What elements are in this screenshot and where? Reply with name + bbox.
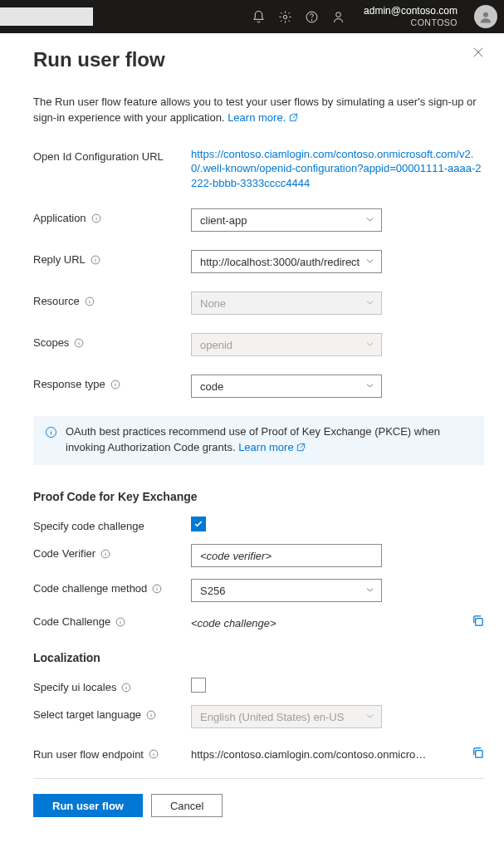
code-verifier-label: Code Verifier (33, 547, 95, 560)
svg-point-2 (311, 19, 312, 20)
localization-heading: Localization (33, 651, 484, 664)
row-scopes: Scopes openid (33, 333, 484, 356)
row-code-challenge: Code Challenge <code challenge> (33, 614, 484, 629)
gear-icon[interactable] (277, 9, 292, 24)
run-endpoint-label: Run user flow endpoint (33, 748, 144, 761)
account-email: admin@contoso.com (364, 6, 458, 17)
svg-point-0 (283, 15, 286, 18)
specify-code-challenge-label: Specify code challenge (33, 520, 144, 532)
info-icon (45, 424, 57, 457)
intro-text: The Run user flow feature allows you to … (33, 95, 484, 127)
select-target-language-label: Select target language (33, 708, 141, 721)
code-challenge-method-label: Code challenge method (33, 582, 147, 595)
oidc-url-link[interactable]: https://contoso.ciamlogin.com/contoso.on… (191, 147, 484, 191)
pkce-info-box: OAuth best practices recommend use of Pr… (33, 416, 484, 465)
row-specify-code-challenge: Specify code challenge (33, 517, 484, 532)
row-specify-ui-locales: Specify ui locales (33, 678, 484, 693)
oidc-label: Open Id Configuration URL (33, 147, 191, 163)
feedback-icon[interactable] (330, 9, 345, 24)
info-icon[interactable] (121, 683, 131, 693)
info-icon[interactable] (100, 549, 110, 559)
panel: Run user flow The Run user flow feature … (0, 33, 504, 842)
chevron-down-icon (365, 256, 374, 268)
footer: Run user flow Cancel (33, 794, 484, 817)
code-challenge-method-select[interactable]: S256 (191, 579, 382, 602)
pkce-heading: Proof Code for Key Exchange (33, 490, 484, 503)
panel-title: Run user flow (33, 48, 484, 71)
info-icon[interactable] (74, 338, 84, 348)
cancel-button[interactable]: Cancel (151, 794, 223, 817)
specify-ui-locales-label: Specify ui locales (33, 681, 116, 693)
svg-rect-18 (476, 751, 482, 757)
specify-code-challenge-checkbox[interactable] (191, 517, 206, 531)
resource-label: Resource (33, 295, 80, 307)
copy-code-challenge-button[interactable] (472, 615, 484, 629)
select-target-language-select: English (United States) en-US (191, 705, 382, 728)
svg-rect-14 (476, 618, 482, 624)
response-type-label: Response type (33, 378, 105, 390)
chevron-down-icon (365, 711, 374, 723)
row-select-target-language: Select target language English (United S… (33, 705, 484, 728)
help-icon[interactable] (304, 9, 319, 24)
avatar[interactable] (474, 5, 497, 28)
chevron-down-icon (365, 214, 374, 227)
svg-point-4 (483, 12, 488, 17)
code-verifier-input[interactable] (191, 544, 382, 567)
run-endpoint-value: https://contoso.ciamlogin.com/contoso.on… (191, 748, 428, 761)
specify-ui-locales-checkbox[interactable] (191, 678, 206, 693)
row-oidc: Open Id Configuration URL https://contos… (33, 147, 484, 191)
search-area[interactable] (0, 7, 93, 26)
info-icon[interactable] (91, 213, 101, 223)
row-code-challenge-method: Code challenge method S256 (33, 579, 484, 602)
row-response-type: Response type code (33, 375, 484, 398)
close-button[interactable] (472, 47, 486, 60)
application-label: Application (33, 212, 86, 224)
scopes-label: Scopes (33, 336, 69, 349)
divider (33, 778, 484, 779)
chevron-down-icon (365, 339, 374, 351)
resource-select: None (191, 291, 382, 315)
row-reply-url: Reply URL http://localhost:3000/auth/red… (33, 250, 484, 273)
scopes-select: openid (191, 333, 382, 356)
code-challenge-label: Code Challenge (33, 615, 110, 628)
chevron-down-icon (365, 585, 374, 597)
pkce-learn-more-link[interactable]: Learn more (238, 441, 306, 453)
copy-endpoint-button[interactable] (472, 747, 484, 762)
notifications-icon[interactable] (251, 9, 266, 24)
info-icon[interactable] (91, 255, 100, 265)
info-icon[interactable] (110, 380, 120, 389)
learn-more-link[interactable]: Learn more. (228, 111, 298, 124)
chevron-down-icon (365, 297, 374, 310)
application-select[interactable]: client-app (191, 208, 382, 232)
top-bar: admin@contoso.com CONTOSO (0, 0, 504, 33)
reply-url-select[interactable]: http://localhost:3000/auth/redirect (191, 250, 382, 273)
info-icon[interactable] (115, 617, 125, 627)
info-icon[interactable] (85, 296, 95, 306)
external-link-icon (296, 441, 306, 457)
row-endpoint: Run user flow endpoint https://contoso.c… (33, 747, 484, 762)
row-application: Application client-app (33, 208, 484, 232)
reply-url-label: Reply URL (33, 253, 86, 266)
account-block[interactable]: admin@contoso.com CONTOSO (364, 6, 458, 27)
external-link-icon (289, 111, 298, 127)
info-icon[interactable] (149, 749, 159, 759)
response-type-select[interactable]: code (191, 375, 382, 398)
account-org: CONTOSO (364, 17, 458, 27)
info-icon[interactable] (146, 710, 156, 720)
chevron-down-icon (365, 380, 374, 393)
row-code-verifier: Code Verifier (33, 544, 484, 567)
info-icon[interactable] (152, 584, 162, 594)
svg-point-3 (335, 12, 340, 17)
run-user-flow-button[interactable]: Run user flow (33, 794, 143, 817)
code-challenge-value: <code challenge> (191, 614, 276, 629)
row-resource: Resource None (33, 291, 484, 315)
